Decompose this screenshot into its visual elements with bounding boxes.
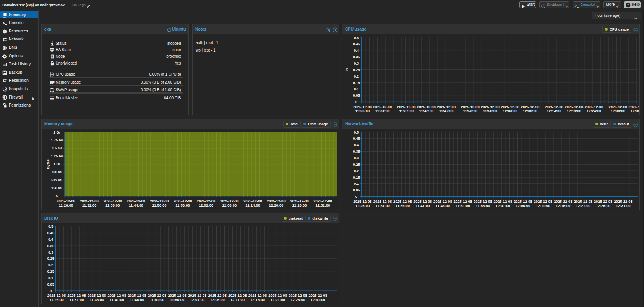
svg-text:11:31:00: 11:31:00 bbox=[375, 204, 390, 208]
svg-text:11:31:00: 11:31:00 bbox=[70, 297, 84, 302]
svg-text:0.05: 0.05 bbox=[353, 188, 360, 192]
svg-text:0.1: 0.1 bbox=[354, 181, 359, 186]
svg-text:0.35: 0.35 bbox=[353, 149, 360, 154]
svg-text:2025-12-08: 2025-12-08 bbox=[308, 293, 327, 297]
svg-text:12:20:00: 12:20:00 bbox=[269, 203, 283, 207]
svg-text:12:32:00: 12:32:00 bbox=[316, 203, 330, 207]
svg-text:11:36:00: 11:36:00 bbox=[396, 204, 410, 208]
svg-text:0.15: 0.15 bbox=[47, 269, 54, 273]
svg-text:11:51:00: 11:51:00 bbox=[150, 297, 164, 302]
svg-text:0.25: 0.25 bbox=[353, 162, 360, 166]
svg-text:2025-12-08: 2025-12-08 bbox=[629, 105, 640, 109]
svg-text:11:31:00: 11:31:00 bbox=[375, 109, 390, 113]
svg-text:11:50:00: 11:50:00 bbox=[152, 203, 167, 207]
svg-text:2025-12-08: 2025-12-08 bbox=[585, 105, 603, 109]
svg-text:2025-12-08: 2025-12-08 bbox=[454, 199, 472, 204]
svg-text:11:44:00: 11:44:00 bbox=[129, 203, 143, 207]
svg-text:0.4: 0.4 bbox=[48, 237, 54, 241]
svg-text:2025-12-08: 2025-12-08 bbox=[228, 293, 247, 297]
svg-text:2025-12-08: 2025-12-08 bbox=[614, 199, 633, 204]
svg-text:11:47:00: 11:47:00 bbox=[439, 109, 454, 113]
svg-text:2025-12-08: 2025-12-08 bbox=[148, 293, 167, 297]
svg-text:2025-12-08: 2025-12-08 bbox=[168, 293, 187, 297]
svg-text:12:01:00: 12:01:00 bbox=[496, 204, 510, 208]
svg-text:0.3: 0.3 bbox=[48, 250, 53, 254]
svg-text:0.15: 0.15 bbox=[353, 175, 360, 179]
svg-text:0.25: 0.25 bbox=[353, 68, 360, 72]
svg-text:1.75 Gi: 1.75 Gi bbox=[51, 138, 63, 142]
svg-text:11:38:00: 11:38:00 bbox=[105, 203, 120, 207]
svg-text:0.5: 0.5 bbox=[354, 130, 359, 134]
svg-text:2025-12-08: 2025-12-08 bbox=[67, 293, 86, 297]
svg-text:2025-12-08: 2025-12-08 bbox=[521, 105, 540, 109]
svg-text:0.15: 0.15 bbox=[353, 81, 360, 85]
svg-text:0.2: 0.2 bbox=[48, 263, 53, 267]
svg-text:0.45: 0.45 bbox=[47, 231, 54, 235]
svg-text:12:08:00: 12:08:00 bbox=[523, 109, 537, 113]
svg-text:2025-12-08: 2025-12-08 bbox=[594, 199, 613, 204]
svg-text:0.1: 0.1 bbox=[354, 87, 359, 91]
svg-text:12:11:00: 12:11:00 bbox=[230, 297, 245, 302]
svg-text:11:26:00: 11:26:00 bbox=[355, 109, 370, 113]
svg-text:2025-12-08: 2025-12-08 bbox=[353, 105, 372, 109]
svg-text:12:06:00: 12:06:00 bbox=[516, 204, 530, 208]
svg-text:0.05: 0.05 bbox=[47, 282, 54, 286]
svg-text:256 Mi: 256 Mi bbox=[51, 186, 62, 190]
svg-text:12:21:00: 12:21:00 bbox=[576, 204, 590, 208]
svg-text:12:26:00: 12:26:00 bbox=[290, 297, 305, 302]
svg-text:2025-12-08: 2025-12-08 bbox=[47, 293, 66, 297]
svg-text:2025-12-08: 2025-12-08 bbox=[474, 199, 492, 204]
svg-text:2025-12-08: 2025-12-08 bbox=[433, 199, 452, 204]
svg-text:2025-12-08: 2025-12-08 bbox=[80, 199, 99, 203]
svg-text:0.5: 0.5 bbox=[48, 224, 54, 228]
svg-text:2025-12-08: 2025-12-08 bbox=[574, 199, 592, 204]
svg-text:12:24:00: 12:24:00 bbox=[587, 109, 601, 113]
svg-text:12:31:00: 12:31:00 bbox=[616, 204, 631, 208]
svg-text:11:26:00: 11:26:00 bbox=[49, 297, 64, 302]
svg-text:2025-12-08: 2025-12-08 bbox=[373, 105, 392, 109]
svg-text:0.4: 0.4 bbox=[354, 48, 359, 52]
svg-text:0.45: 0.45 bbox=[353, 136, 360, 141]
svg-text:2025-12-08: 2025-12-08 bbox=[608, 105, 627, 109]
svg-text:2025-12-08: 2025-12-08 bbox=[128, 293, 146, 297]
svg-text:2025-12-08: 2025-12-08 bbox=[150, 199, 169, 203]
svg-text:12:03:00: 12:03:00 bbox=[503, 109, 517, 113]
svg-text:2025-12-08: 2025-12-08 bbox=[534, 199, 552, 204]
svg-text:768 Mi: 768 Mi bbox=[51, 170, 62, 174]
svg-text:1 Gi: 1 Gi bbox=[54, 162, 60, 166]
svg-text:0.1: 0.1 bbox=[48, 276, 54, 280]
svg-text:2025-12-08: 2025-12-08 bbox=[267, 199, 286, 203]
svg-text:2025-12-08: 2025-12-08 bbox=[220, 199, 239, 203]
svg-text:2 Gi: 2 Gi bbox=[54, 130, 60, 134]
svg-text:11:37:00: 11:37:00 bbox=[399, 109, 414, 113]
svg-text:12:31:00: 12:31:00 bbox=[311, 297, 325, 302]
svg-text:2025-12-08: 2025-12-08 bbox=[437, 105, 456, 109]
svg-text:11:58:00: 11:58:00 bbox=[483, 109, 498, 113]
svg-text:0.35: 0.35 bbox=[47, 244, 54, 248]
svg-text:11:46:00: 11:46:00 bbox=[436, 204, 450, 208]
svg-text:12:16:00: 12:16:00 bbox=[556, 204, 570, 208]
svg-text:2025-12-08: 2025-12-08 bbox=[514, 199, 532, 204]
svg-text:0: 0 bbox=[50, 289, 52, 293]
svg-text:11:46:00: 11:46:00 bbox=[130, 297, 144, 302]
svg-text:2025-12-08: 2025-12-08 bbox=[290, 199, 309, 203]
svg-text:11:41:00: 11:41:00 bbox=[415, 204, 430, 208]
svg-text:2025-12-08: 2025-12-08 bbox=[481, 105, 500, 109]
svg-text:11:42:00: 11:42:00 bbox=[419, 109, 434, 113]
svg-text:11:36:00: 11:36:00 bbox=[89, 297, 104, 302]
svg-text:12:30:00: 12:30:00 bbox=[611, 109, 625, 113]
svg-text:12:06:00: 12:06:00 bbox=[210, 297, 225, 302]
svg-text:0: 0 bbox=[56, 194, 58, 198]
svg-text:0.4: 0.4 bbox=[354, 143, 359, 147]
svg-text:0: 0 bbox=[355, 194, 357, 199]
svg-text:2025-12-08: 2025-12-08 bbox=[501, 105, 519, 109]
svg-text:2025-12-08: 2025-12-08 bbox=[397, 105, 416, 109]
svg-text:12:01:00: 12:01:00 bbox=[190, 297, 204, 302]
svg-text:2025-12-08: 2025-12-08 bbox=[197, 199, 216, 203]
svg-text:12:21:00: 12:21:00 bbox=[271, 297, 285, 302]
svg-text:11:26:00: 11:26:00 bbox=[59, 203, 73, 207]
svg-text:2025-12-08: 2025-12-08 bbox=[188, 293, 207, 297]
svg-text:0.45: 0.45 bbox=[353, 42, 360, 46]
svg-text:2025-12-08: 2025-12-08 bbox=[545, 105, 563, 109]
svg-text:2025-12-08: 2025-12-08 bbox=[107, 293, 126, 297]
